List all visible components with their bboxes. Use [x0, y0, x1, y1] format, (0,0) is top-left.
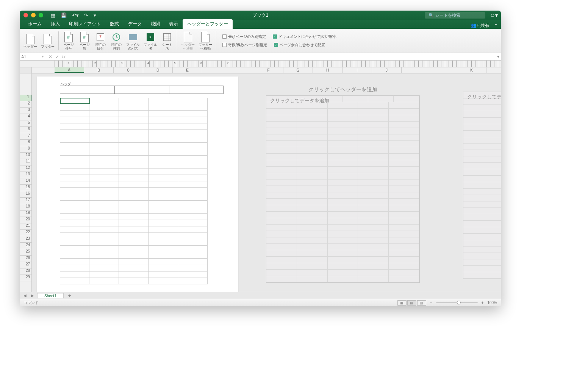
page2-header-hint[interactable]: クリックしてヘッダーを追加	[242, 86, 444, 93]
page2-placeholder-grid[interactable]: クリックしてデータを追加	[266, 95, 420, 283]
cell[interactable]	[119, 259, 149, 265]
cell[interactable]	[149, 233, 178, 239]
zoom-out-button[interactable]: −	[430, 301, 432, 305]
page-1[interactable]: ヘッダー	[37, 76, 238, 292]
cell[interactable]	[119, 181, 149, 188]
cell[interactable]	[89, 143, 119, 149]
feedback-icon[interactable]: ☺▾	[490, 12, 498, 18]
cell[interactable]	[119, 156, 149, 162]
col-header-a[interactable]: A	[55, 67, 84, 73]
col-header-e[interactable]: E	[173, 67, 202, 73]
cell[interactable]	[178, 168, 208, 175]
cell[interactable]	[119, 149, 149, 156]
cell[interactable]	[89, 181, 119, 188]
cell[interactable]	[149, 111, 178, 117]
cell[interactable]	[89, 123, 119, 130]
cell[interactable]	[119, 162, 149, 168]
cell[interactable]	[178, 175, 208, 181]
cell[interactable]	[119, 201, 149, 207]
cell[interactable]	[178, 226, 208, 233]
cell[interactable]	[119, 98, 149, 104]
collapse-ribbon-icon[interactable]: ⌃	[494, 23, 498, 28]
cell[interactable]	[119, 104, 149, 111]
row-header-24[interactable]: 24	[20, 243, 31, 249]
cell[interactable]	[178, 123, 208, 130]
row-header-6[interactable]: 6	[20, 127, 31, 133]
cell[interactable]	[119, 220, 149, 226]
cell[interactable]	[119, 265, 149, 271]
cell[interactable]	[89, 278, 119, 284]
row-header-9[interactable]: 9	[20, 146, 31, 153]
sheet-name-button[interactable]: シート 名	[160, 30, 175, 52]
header-right-section[interactable]	[169, 86, 224, 94]
row-header-1[interactable]: 1	[20, 95, 31, 101]
cell[interactable]	[89, 175, 119, 181]
cell[interactable]	[178, 259, 208, 265]
cell[interactable]	[149, 104, 178, 111]
share-button[interactable]: 👥+ 共有	[471, 22, 489, 29]
cell[interactable]	[119, 130, 149, 136]
cell[interactable]	[178, 149, 208, 156]
search-input[interactable]: 🔍 シートを検索	[425, 12, 485, 19]
align-margins-checkbox[interactable]: ✓ページ余白に合わせて配置	[274, 42, 325, 48]
cell[interactable]	[149, 259, 178, 265]
cell[interactable]	[149, 156, 178, 162]
page-count-button[interactable]: #ページ 数	[77, 30, 92, 52]
cell[interactable]	[149, 130, 178, 136]
cell[interactable]	[149, 201, 178, 207]
cell[interactable]	[60, 130, 89, 136]
redo-icon[interactable]: ↷	[84, 12, 88, 18]
tab-data[interactable]: データ	[124, 19, 146, 29]
cell[interactable]	[60, 168, 89, 175]
cell[interactable]	[119, 252, 149, 259]
page1-cells[interactable]	[60, 98, 208, 284]
header-button[interactable]: ヘッダー	[22, 30, 39, 52]
cell[interactable]	[89, 104, 119, 111]
add-sheet-button[interactable]: +	[65, 293, 74, 298]
cell[interactable]	[178, 162, 208, 168]
cell[interactable]	[60, 201, 89, 207]
page-layout-view-button[interactable]: ▤	[407, 300, 416, 306]
cell[interactable]	[178, 143, 208, 149]
cell[interactable]	[60, 162, 89, 168]
cell[interactable]	[60, 149, 89, 156]
odd-even-different-checkbox[interactable]: 奇数/偶数ページ別指定	[222, 42, 267, 48]
cell[interactable]	[178, 188, 208, 194]
cell[interactable]	[178, 201, 208, 207]
cell[interactable]	[60, 111, 89, 117]
tab-layout[interactable]: 印刷レイアウト	[64, 19, 105, 29]
cell[interactable]	[60, 239, 89, 246]
cell[interactable]	[178, 278, 208, 284]
expand-formula-icon[interactable]: ▼	[496, 53, 501, 60]
file-name-button[interactable]: Xファイル 名	[142, 30, 159, 52]
cell[interactable]	[60, 233, 89, 239]
cell[interactable]	[178, 98, 208, 104]
cell[interactable]	[149, 123, 178, 130]
cell[interactable]	[60, 175, 89, 181]
cell[interactable]	[89, 156, 119, 162]
cell[interactable]	[119, 214, 149, 220]
zoom-slider[interactable]	[436, 302, 478, 303]
row-header-19[interactable]: 19	[20, 211, 31, 217]
row-header-17[interactable]: 17	[20, 198, 31, 204]
row-header-3[interactable]: 3	[20, 108, 31, 114]
next-sheet-icon[interactable]: ▶	[30, 293, 36, 298]
page3-placeholder-grid[interactable]: クリックしてデ	[463, 92, 501, 279]
row-header-13[interactable]: 13	[20, 172, 31, 178]
footer-button[interactable]: フッター	[39, 30, 56, 52]
cell[interactable]	[60, 188, 89, 194]
zoom-level[interactable]: 100%	[487, 301, 497, 305]
cell[interactable]	[149, 136, 178, 143]
cell[interactable]	[178, 265, 208, 271]
cell[interactable]	[178, 117, 208, 123]
cell[interactable]	[178, 252, 208, 259]
cell[interactable]	[89, 194, 119, 201]
scale-with-doc-checkbox[interactable]: ✓ドキュメントに合わせて拡大/縮小	[273, 34, 336, 39]
header-center-section[interactable]	[114, 86, 169, 94]
cell[interactable]	[60, 214, 89, 220]
cell[interactable]	[60, 98, 89, 104]
cell[interactable]	[89, 168, 119, 175]
cell[interactable]	[60, 207, 89, 214]
cell[interactable]	[119, 246, 149, 252]
row-header-8[interactable]: 8	[20, 140, 31, 146]
